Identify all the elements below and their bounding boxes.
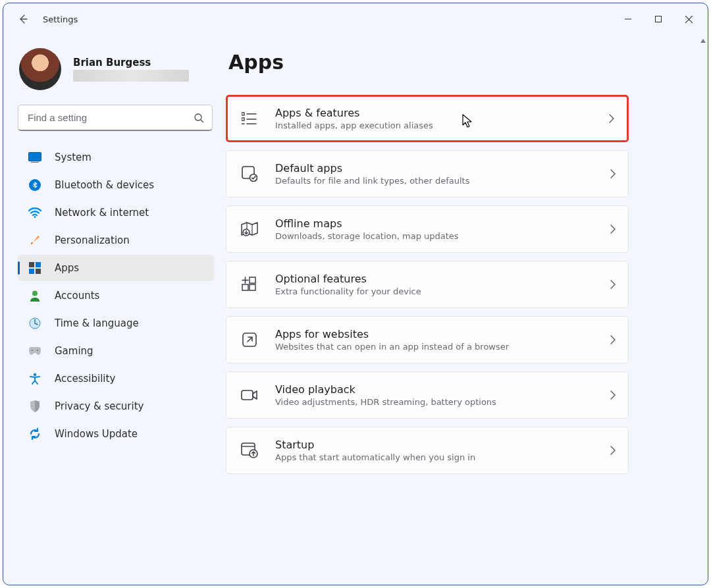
card-desc: Installed apps, app execution aliases <box>275 120 433 130</box>
card-desc: Websites that can open in an app instead… <box>275 342 509 352</box>
card-title: Apps & features <box>275 107 433 119</box>
sidebar-item-label: Accessibility <box>55 373 115 385</box>
sidebar-item-update[interactable]: Windows Update <box>18 421 214 447</box>
svg-point-1 <box>195 114 201 120</box>
system-icon <box>28 151 41 164</box>
card-offline-maps[interactable]: Offline maps Downloads, storage location… <box>226 205 629 253</box>
map-icon <box>241 221 258 238</box>
svg-rect-20 <box>242 284 248 290</box>
svg-rect-6 <box>29 262 34 267</box>
svg-point-10 <box>32 291 38 296</box>
clock-globe-icon <box>28 317 41 330</box>
card-optional-features[interactable]: Optional features Extra functionality fo… <box>226 261 629 308</box>
svg-rect-0 <box>656 16 662 22</box>
sidebar-item-privacy[interactable]: Privacy & security <box>18 393 214 419</box>
avatar <box>19 48 61 90</box>
sidebar-item-bluetooth[interactable]: Bluetooth & devices <box>18 172 214 198</box>
sidebar-item-label: Personalization <box>55 234 130 246</box>
card-desc: Apps that start automatically when you s… <box>275 452 475 462</box>
back-arrow-icon <box>18 14 28 24</box>
card-default-apps[interactable]: Default apps Defaults for file and link … <box>226 150 629 198</box>
sidebar-item-network[interactable]: Network & internet <box>18 200 214 226</box>
minimize-button[interactable] <box>613 6 643 32</box>
svg-rect-15 <box>242 113 244 115</box>
vertical-scrollbar[interactable] <box>698 35 708 585</box>
search-box[interactable] <box>18 105 213 131</box>
sidebar-item-apps[interactable]: Apps <box>18 255 214 281</box>
sidebar-item-personalization[interactable]: Personalization <box>18 227 214 254</box>
chevron-right-icon <box>610 334 616 345</box>
sidebar-item-gaming[interactable]: Gaming <box>18 338 214 364</box>
svg-point-14 <box>34 373 36 376</box>
gamepad-icon <box>28 344 41 358</box>
sidebar-item-accounts[interactable]: Accounts <box>18 282 214 309</box>
sidebar-item-accessibility[interactable]: Accessibility <box>18 365 214 392</box>
svg-rect-21 <box>250 284 255 290</box>
svg-rect-8 <box>29 269 34 274</box>
sidebar-item-label: Time & language <box>55 317 139 329</box>
svg-rect-7 <box>36 262 41 267</box>
card-desc: Defaults for file and link types, other … <box>275 176 469 186</box>
nav-list: System Bluetooth & devices Network & int… <box>18 144 214 447</box>
card-desc: Downloads, storage location, map updates <box>275 231 459 241</box>
chevron-right-icon <box>610 224 616 234</box>
sidebar-item-system[interactable]: System <box>18 144 214 171</box>
sidebar-item-time[interactable]: Time & language <box>18 310 214 336</box>
card-text: Default apps Defaults for file and link … <box>275 162 469 186</box>
close-icon <box>685 15 693 24</box>
card-title: Startup <box>275 439 475 451</box>
search-input[interactable] <box>18 105 212 130</box>
card-video-playback[interactable]: Video playback Video adjustments, HDR st… <box>226 371 629 419</box>
card-apps-websites[interactable]: Apps for websites Websites that can open… <box>226 316 629 363</box>
tiles-plus-icon <box>241 276 258 293</box>
svg-rect-9 <box>36 269 41 274</box>
page-title: Apps <box>228 51 676 74</box>
titlebar: Settings <box>3 3 708 35</box>
main-scroll[interactable]: Apps Apps & features Installed apps, app… <box>221 35 698 585</box>
card-startup[interactable]: Startup Apps that start automatically wh… <box>226 427 629 474</box>
maximize-button[interactable] <box>643 6 673 32</box>
content-area: Brian Burgess System <box>3 35 708 585</box>
sidebar-item-label: Gaming <box>55 345 93 357</box>
svg-point-5 <box>34 216 36 218</box>
window-controls <box>613 6 704 32</box>
svg-rect-16 <box>242 118 244 120</box>
sidebar-item-label: Accounts <box>55 290 99 302</box>
default-apps-icon <box>241 165 258 182</box>
card-text: Startup Apps that start automatically wh… <box>275 439 475 462</box>
maximize-icon <box>654 15 662 23</box>
card-desc: Extra functionality for your device <box>275 286 421 296</box>
card-text: Apps for websites Websites that can open… <box>275 328 509 352</box>
svg-point-13 <box>37 350 38 351</box>
back-button[interactable] <box>15 11 31 27</box>
sidebar-item-label: System <box>55 151 92 163</box>
card-desc: Video adjustments, HDR streaming, batter… <box>275 397 496 407</box>
chevron-right-icon <box>610 169 616 179</box>
card-apps-features[interactable]: Apps & features Installed apps, app exec… <box>226 95 629 142</box>
titlebar-left: Settings <box>15 11 78 27</box>
card-text: Video playback Video adjustments, HDR st… <box>275 383 496 407</box>
search-icon <box>194 113 204 123</box>
shield-icon <box>28 400 41 413</box>
scroll-up-arrow-icon[interactable] <box>698 36 708 45</box>
sidebar-item-label: Bluetooth & devices <box>55 179 154 191</box>
startup-icon <box>241 442 258 459</box>
main-panel: Apps Apps & features Installed apps, app… <box>221 35 708 585</box>
profile-name: Brian Burgess <box>73 57 189 68</box>
svg-rect-24 <box>242 390 253 400</box>
svg-rect-3 <box>31 162 39 163</box>
apps-icon <box>28 261 41 275</box>
card-text: Offline maps Downloads, storage location… <box>275 217 459 241</box>
sidebar-item-label: Windows Update <box>55 428 138 440</box>
chevron-right-icon <box>608 113 615 124</box>
sidebar-item-label: Apps <box>55 262 79 274</box>
chevron-right-icon <box>610 279 616 290</box>
mouse-cursor-icon <box>462 114 475 131</box>
card-title: Default apps <box>275 162 469 174</box>
profile-block[interactable]: Brian Burgess <box>18 43 214 95</box>
svg-rect-22 <box>250 277 255 283</box>
card-title: Optional features <box>275 273 421 285</box>
sidebar-item-label: Privacy & security <box>55 400 144 412</box>
close-button[interactable] <box>673 6 704 32</box>
accessibility-icon <box>28 372 41 385</box>
